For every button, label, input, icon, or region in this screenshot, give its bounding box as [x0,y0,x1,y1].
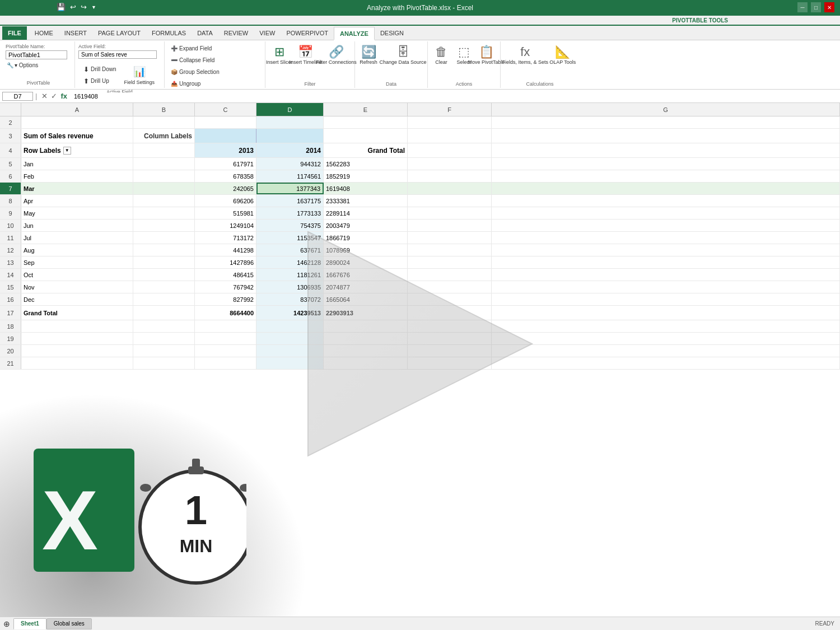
cell-e8[interactable]: 2333381 [324,195,408,207]
cell-g2[interactable] [492,116,840,128]
cell-c10[interactable]: 1249104 [195,220,256,231]
tab-design[interactable]: DESIGN [375,26,409,40]
cell-f15[interactable] [408,281,492,293]
formula-input[interactable] [72,92,838,100]
cell-reference-box[interactable] [2,92,33,101]
cell-b21[interactable] [133,357,195,369]
cell-f7[interactable] [408,183,492,194]
cell-g15[interactable] [492,281,840,293]
cell-d8[interactable]: 1637175 [256,195,324,207]
cell-f13[interactable] [408,256,492,268]
tab-formulas[interactable]: FORMULAS [146,26,192,40]
cell-g12[interactable] [492,244,840,256]
cell-e5[interactable]: 1562283 [324,158,408,170]
cell-g7[interactable] [492,183,840,194]
cell-e7[interactable]: 1619408 [324,183,408,194]
cell-a4[interactable]: Row Labels ▼ [21,143,133,157]
cell-c5[interactable]: 617971 [195,158,256,170]
cell-d15[interactable]: 1306935 [256,281,324,293]
cell-c14[interactable]: 486415 [195,269,256,281]
cell-e20[interactable] [324,345,408,357]
cell-g3[interactable] [492,129,840,143]
cell-f14[interactable] [408,269,492,281]
cell-d12[interactable]: 637671 [256,244,324,256]
cell-c21[interactable] [195,357,256,369]
cell-c4[interactable]: 2013 [195,143,256,157]
field-settings-button[interactable]: 📊 Field Settings [122,61,158,89]
cell-g13[interactable] [492,256,840,268]
cell-c8[interactable]: 696206 [195,195,256,207]
cell-b14[interactable] [133,269,195,281]
sheet-tab-global-sales[interactable]: Global sales [46,618,92,629]
cell-g11[interactable] [492,232,840,244]
cell-b19[interactable] [133,333,195,344]
cell-b8[interactable] [133,195,195,207]
cell-f8[interactable] [408,195,492,207]
drill-down-button[interactable]: ⬇ Drill Down [81,64,119,75]
cell-c11[interactable]: 713172 [195,232,256,244]
cell-a3[interactable]: Sum of Sales revenue [21,129,133,143]
col-header-e[interactable]: E [324,103,408,116]
cell-a20[interactable] [21,345,133,357]
cell-d14[interactable]: 1181261 [256,269,324,281]
col-header-c[interactable]: C [195,103,256,116]
cell-c20[interactable] [195,345,256,357]
cell-e11[interactable]: 1866719 [324,232,408,244]
cell-e12[interactable]: 1078969 [324,244,408,256]
change-data-source-button[interactable]: 🗄 Change Data Source [382,45,424,78]
row-labels-filter-button[interactable]: ▼ [63,147,71,155]
cell-b6[interactable] [133,170,195,182]
cell-b7[interactable] [133,183,195,194]
cell-d6[interactable]: 1174561 [256,170,324,182]
tab-insert[interactable]: INSERT [59,26,92,40]
olap-tools-button[interactable]: 📐 OLAP Tools [549,45,576,78]
cell-d7[interactable]: 1377343 [256,183,324,194]
cell-d9[interactable]: 1773133 [256,207,324,219]
cell-a15[interactable]: Nov [21,281,133,293]
tab-view[interactable]: VIEW [254,26,281,40]
cell-d16[interactable]: 837072 [256,293,324,305]
cell-e10[interactable]: 2003479 [324,220,408,231]
cell-g20[interactable] [492,345,840,357]
confirm-icon[interactable]: ✓ [51,92,57,100]
close-button[interactable]: ✕ [824,2,834,12]
sheet-tab-sheet1[interactable]: Sheet1 [13,618,46,629]
cell-c18[interactable] [195,320,256,332]
cell-g10[interactable] [492,220,840,231]
cell-a19[interactable] [21,333,133,344]
cell-f16[interactable] [408,293,492,305]
cell-c6[interactable]: 678358 [195,170,256,182]
clear-button[interactable]: 🗑 Clear [431,45,451,78]
cancel-icon[interactable]: ✕ [41,92,48,100]
cell-b11[interactable] [133,232,195,244]
cell-e6[interactable]: 1852919 [324,170,408,182]
cell-g18[interactable] [492,320,840,332]
tab-data[interactable]: DATA [192,26,218,40]
cell-e21[interactable] [324,357,408,369]
cell-d21[interactable] [256,357,324,369]
cell-g14[interactable] [492,269,840,281]
col-header-b[interactable]: B [133,103,195,116]
cell-g5[interactable] [492,158,840,170]
cell-e3[interactable] [324,129,408,143]
cell-b15[interactable] [133,281,195,293]
cell-g21[interactable] [492,357,840,369]
cell-a18[interactable] [21,320,133,332]
cell-c15[interactable]: 767942 [195,281,256,293]
cell-f5[interactable] [408,158,492,170]
cell-f10[interactable] [408,220,492,231]
cell-e14[interactable]: 1667676 [324,269,408,281]
cell-e13[interactable]: 2890024 [324,256,408,268]
minimize-button[interactable]: ─ [797,2,808,12]
cell-c2[interactable] [195,116,256,128]
cell-a17[interactable]: Grand Total [21,306,133,320]
cell-e16[interactable]: 1665064 [324,293,408,305]
cell-g19[interactable] [492,333,840,344]
ungroup-button[interactable]: 📤 Ungroup [168,78,203,89]
col-header-g[interactable]: G [492,103,840,116]
undo-icon[interactable]: ↩ [69,2,77,12]
cell-a12[interactable]: Aug [21,244,133,256]
move-pivottable-button[interactable]: 📋 Move PivotTable [476,45,497,78]
save-icon[interactable]: 💾 [56,2,66,12]
cell-f12[interactable] [408,244,492,256]
